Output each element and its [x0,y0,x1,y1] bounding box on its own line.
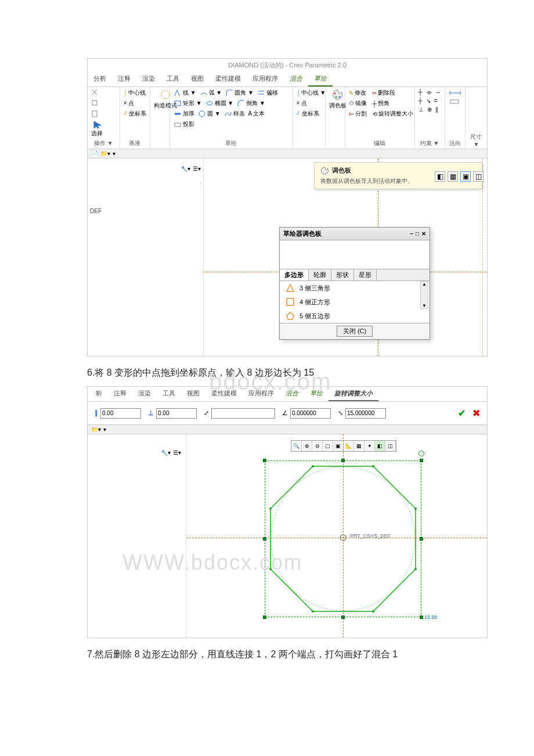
folder-icon-2[interactable]: 📁▾ [91,426,101,433]
geom-point-button[interactable]: × 点 [295,99,309,108]
saved-view-icon[interactable]: 📐 [344,441,354,451]
tab2-analysis[interactable]: 析 [90,387,108,401]
perpendicular-field[interactable]: ⊥ [148,408,197,419]
constraint-equal-icon[interactable]: = [433,97,439,105]
display-style-icon[interactable]: ▦ [354,441,365,451]
mirror-button[interactable]: ⦵镜像 [348,99,368,108]
fillet-button[interactable]: 圆角 ▼ [224,88,255,98]
sketch-canvas-2[interactable]: 🔍 ⊕ ⊖ ▢ ▣ 📐 ▦ ✦ ◧ ◫ [186,434,487,638]
tab-tools[interactable]: 工具 [161,72,185,87]
constraint-sym-icon[interactable]: ⊕ [426,106,433,113]
centerline-button[interactable]: ┊中心线 [122,88,147,98]
dropdown-icon-2[interactable]: ▾ [103,426,106,433]
delete-segment-button[interactable]: ✂删除段 [371,88,396,98]
tab2-flex[interactable]: 柔性建模 [205,387,243,401]
side-input[interactable] [345,408,386,419]
line-button[interactable]: 线 ▼ [172,88,197,98]
zoom-in-icon[interactable]: ⊕ [302,441,312,451]
tab-sketch[interactable]: 草绘 [308,72,333,87]
project-button[interactable]: 投影 [172,120,196,129]
offset-button[interactable]: 偏移 [256,88,279,98]
paste-icon[interactable] [90,109,100,118]
palette-scrollbar[interactable] [420,281,428,309]
tree-show-icon-2[interactable]: ☰▾ [173,449,181,456]
constraint-tan-icon[interactable]: ⌯ [425,88,433,96]
corner-button[interactable]: ┼拐角 [371,99,391,108]
geom-csys-button[interactable]: ┘坐标系 [295,109,320,118]
palette-item-triangle[interactable]: 3 侧三角形 [280,281,430,295]
shade-icon[interactable]: ▣ [333,441,344,451]
palette-item-square[interactable]: 4 侧正方形 [280,295,430,309]
vicon-2[interactable]: ▦ [448,171,458,182]
tab2-rotate-resize[interactable]: 旋转调整大小 [329,387,378,401]
palette-button[interactable]: 调色板 [328,88,348,110]
palette-tab-polygon[interactable]: 多边形 [280,269,309,280]
arc-button[interactable]: 弧 ▼ [199,88,223,98]
chamfer-button[interactable]: 倒角 ▼ [236,99,266,108]
angle-field[interactable]: ⤢ [204,408,275,419]
tab-analysis[interactable]: 分析 [88,72,112,87]
constraint-mid-icon[interactable]: ↔ [434,88,442,96]
tab-render[interactable]: 渲染 [136,72,161,87]
zoom-out-icon[interactable]: ⊖ [312,441,323,451]
rotate-resize-button[interactable]: ⟲旋转调整大小 [371,109,414,118]
palette-tab-star[interactable]: 星形 [354,269,377,280]
constraint-par-icon[interactable]: ∥ [434,106,439,113]
close-icon[interactable]: ✕ [421,231,426,237]
dropdown-icon[interactable]: ▾ [113,150,116,157]
scale-field[interactable]: ∠ [282,408,331,419]
constraint-perp-icon[interactable]: ⊥ [417,106,425,113]
side-field[interactable]: ⤡ [338,408,386,419]
maximize-icon[interactable]: □ [416,231,419,237]
tree-settings-icon-2[interactable]: 🔧▾ [161,449,171,456]
scale-input[interactable] [290,408,331,419]
csys-button[interactable]: ┘坐标系 [122,109,147,118]
tab2-apps[interactable]: 应用程序 [243,387,280,401]
modify-button[interactable]: ✎修改 [348,88,367,98]
tab-view[interactable]: 视图 [185,72,210,87]
normal-dim-icon[interactable] [448,88,463,98]
tab2-blend[interactable]: 混合 [280,387,304,401]
copy-icon[interactable] [90,99,100,108]
parallel-field[interactable]: ∥ [95,408,141,419]
angle-input[interactable] [211,408,275,419]
sketch-canvas[interactable]: 调色板 将数据从调色板导入到活动对象中。 ◧ ▦ ▣ ◫ 草绘器调色板 – [204,159,487,356]
thicken-button[interactable]: 加厚 [172,109,196,118]
folder-icon[interactable]: 📁▾ [100,150,110,157]
tab2-annotate[interactable]: 注释 [108,387,132,401]
palette-close-button[interactable]: 关闭 (C) [337,326,373,337]
vicon-4[interactable]: ◫ [473,171,484,182]
rectangle-button[interactable]: 矩形 ▼ [172,99,203,108]
baseline-icon[interactable] [449,99,461,106]
annotations-icon[interactable]: ◫ [385,441,396,451]
vicon-1[interactable]: ◧ [435,171,445,182]
tab-annotate[interactable]: 注释 [112,72,136,87]
rotation-handle[interactable] [418,451,424,456]
palette-tab-shape[interactable]: 形状 [331,269,354,280]
constraint-coinc-icon[interactable]: ↘ [425,97,432,105]
text-button[interactable]: A 文本 [247,109,266,118]
zoom-fit-icon[interactable]: 🔍 [291,441,302,451]
tree-settings-icon[interactable]: 🔧▾ [181,165,190,172]
tab2-tools[interactable]: 工具 [157,387,181,401]
perp-input[interactable] [156,408,197,419]
sketcher-palette-window[interactable]: 草绘器调色板 – □ ✕ 多边形 轮廓 形状 星形 [279,227,430,340]
tab-flex[interactable]: 柔性建模 [210,72,247,87]
palette-tab-profile[interactable]: 轮廓 [309,269,331,280]
accept-icon[interactable]: ✔ [458,408,466,419]
select-button[interactable]: 选择 [90,120,104,138]
repaint-icon[interactable]: ▢ [323,441,333,451]
tab2-sketch[interactable]: 草绘 [304,387,329,401]
parallel-input[interactable] [100,408,141,419]
tree-show-icon[interactable]: ☰▾ [193,165,201,172]
geom-centerline-button[interactable]: ┊中心线 ▼ [295,88,327,98]
ellipse-button[interactable]: 椭圆 ▼ [204,99,235,108]
datum-display-icon[interactable]: ◧ [375,441,385,451]
cut-icon[interactable] [90,88,100,98]
constraint-vert-icon[interactable]: ┼ [417,88,424,96]
tab-blend[interactable]: 混合 [284,72,308,87]
tab-apps[interactable]: 应用程序 [247,72,284,87]
tab2-render[interactable]: 渲染 [132,387,157,401]
tab2-view[interactable]: 视图 [181,387,205,401]
new-icon[interactable]: 📄 [91,150,98,157]
